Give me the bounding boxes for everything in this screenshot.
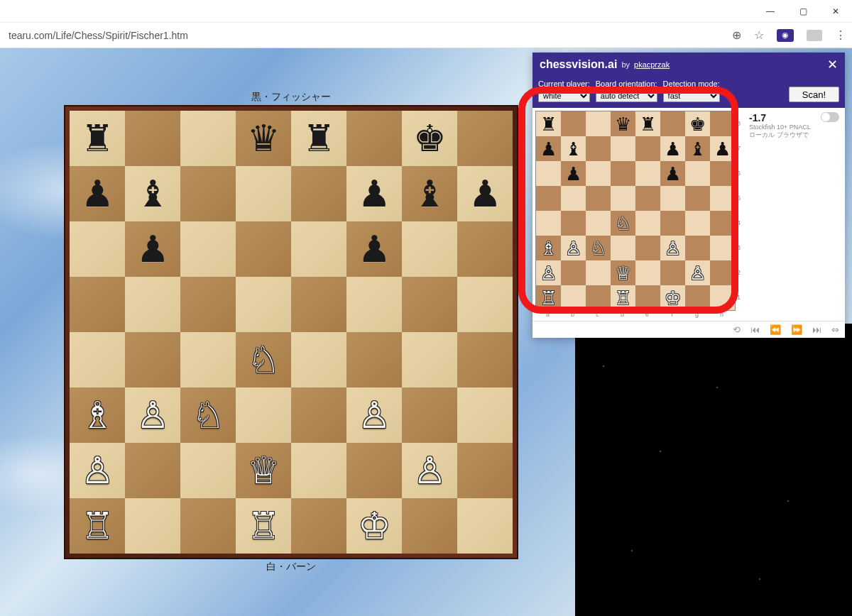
current-player-select[interactable]: white	[538, 89, 590, 102]
square[interactable]	[291, 332, 346, 387]
square[interactable]: ♟	[561, 161, 586, 186]
square[interactable]	[346, 277, 402, 332]
square[interactable]: ♔	[660, 285, 685, 310]
square[interactable]: ♘	[586, 236, 611, 260]
zoom-icon[interactable]: ⊕	[732, 28, 741, 42]
square[interactable]: ♟	[125, 221, 180, 277]
square[interactable]	[586, 285, 611, 310]
square[interactable]: ♖	[236, 498, 291, 554]
square[interactable]	[457, 498, 513, 554]
next-move-icon[interactable]: ⏩	[791, 324, 802, 335]
square[interactable]	[586, 111, 611, 136]
square[interactable]	[611, 236, 635, 260]
square[interactable]: ♜	[635, 111, 660, 136]
square[interactable]	[125, 332, 180, 387]
square[interactable]: ♘	[236, 332, 291, 387]
square[interactable]	[586, 136, 611, 161]
prev-move-icon[interactable]: ⏪	[770, 324, 781, 335]
square[interactable]: ♖	[611, 285, 635, 310]
square[interactable]: ♙	[536, 260, 561, 285]
square[interactable]	[660, 211, 685, 236]
square[interactable]: ♚	[402, 111, 457, 166]
square[interactable]: ♙	[125, 387, 180, 443]
square[interactable]: ♟	[457, 166, 513, 221]
window-close-button[interactable]: ✕	[819, 0, 852, 23]
main-chessboard[interactable]: ♜♛♜♚♟♝♟♝♟♟♟♘♗♙♘♙♙♕♙♖♖♔	[70, 111, 513, 554]
square[interactable]	[635, 211, 660, 236]
square[interactable]	[536, 161, 561, 186]
square[interactable]: ♗	[536, 236, 561, 260]
square[interactable]: ♜	[70, 111, 125, 166]
square[interactable]	[125, 111, 180, 166]
square[interactable]	[457, 443, 513, 498]
square[interactable]	[586, 186, 611, 211]
detection-mode-select[interactable]: fast	[663, 89, 720, 102]
square[interactable]	[611, 161, 635, 186]
extension-chessvision-icon[interactable]: ◉	[777, 29, 794, 42]
square[interactable]	[586, 211, 611, 236]
square[interactable]: ♘	[180, 387, 236, 443]
square[interactable]	[180, 111, 236, 166]
square[interactable]	[180, 498, 236, 554]
square[interactable]: ♙	[660, 236, 685, 260]
swap-icon[interactable]: ⇔	[831, 324, 839, 335]
square[interactable]: ♙	[561, 236, 586, 260]
square[interactable]	[402, 221, 457, 277]
square[interactable]	[70, 277, 125, 332]
square[interactable]	[180, 221, 236, 277]
square[interactable]: ♙	[346, 387, 402, 443]
square[interactable]	[561, 285, 586, 310]
square[interactable]	[536, 211, 561, 236]
square[interactable]	[685, 186, 710, 211]
square[interactable]	[402, 332, 457, 387]
square[interactable]: ♟	[660, 136, 685, 161]
square[interactable]	[291, 277, 346, 332]
square[interactable]: ♜	[536, 111, 561, 136]
square[interactable]	[291, 387, 346, 443]
engine-toggle[interactable]	[821, 112, 839, 122]
square[interactable]	[561, 186, 586, 211]
square[interactable]: ♛	[611, 111, 635, 136]
square[interactable]	[457, 387, 513, 443]
square[interactable]: ♚	[685, 111, 710, 136]
square[interactable]	[635, 136, 660, 161]
square[interactable]: ♟	[70, 166, 125, 221]
square[interactable]	[660, 186, 685, 211]
square[interactable]	[561, 211, 586, 236]
scan-button[interactable]: Scan!	[789, 87, 839, 102]
square[interactable]: ♝	[561, 136, 586, 161]
square[interactable]	[236, 387, 291, 443]
square[interactable]	[710, 236, 735, 260]
square[interactable]	[561, 260, 586, 285]
detected-chessboard[interactable]: ♜♛♜♚♟♝♟♝♟♟♟♘♗♙♘♙♙♕♙♖♖♔	[535, 111, 736, 311]
square[interactable]: ♕	[236, 443, 291, 498]
square[interactable]	[685, 285, 710, 310]
address-bar[interactable]: tearu.com/Life/Chess/Spirit/Fischer1.htm	[6, 30, 732, 41]
square[interactable]	[710, 111, 735, 136]
square[interactable]: ♝	[402, 166, 457, 221]
square[interactable]	[291, 221, 346, 277]
square[interactable]	[291, 166, 346, 221]
square[interactable]: ♜	[291, 111, 346, 166]
square[interactable]: ♟	[660, 161, 685, 186]
square[interactable]	[586, 260, 611, 285]
square[interactable]	[125, 277, 180, 332]
square[interactable]: ♕	[611, 260, 635, 285]
last-move-icon[interactable]: ⏭	[812, 324, 821, 335]
square[interactable]	[180, 332, 236, 387]
extension-generic-icon[interactable]	[807, 30, 822, 41]
square[interactable]	[346, 111, 402, 166]
square[interactable]	[402, 387, 457, 443]
square[interactable]	[236, 221, 291, 277]
square[interactable]	[291, 498, 346, 554]
square[interactable]: ♖	[536, 285, 561, 310]
square[interactable]	[536, 186, 561, 211]
square[interactable]	[402, 498, 457, 554]
first-move-icon[interactable]: ⏮	[750, 324, 760, 335]
panel-close-icon[interactable]: ✕	[827, 57, 838, 72]
square[interactable]: ♛	[236, 111, 291, 166]
square[interactable]: ♟	[346, 221, 402, 277]
square[interactable]: ♘	[611, 211, 635, 236]
square[interactable]: ♝	[685, 136, 710, 161]
square[interactable]	[586, 161, 611, 186]
